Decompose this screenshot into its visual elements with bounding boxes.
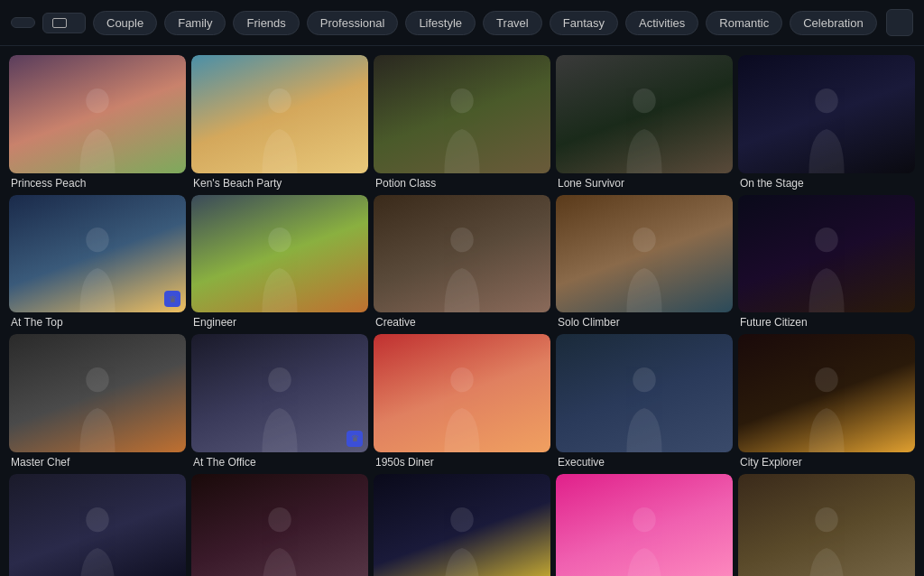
person-silhouette: [427, 224, 497, 312]
card-image-on-the-stage: [738, 55, 915, 173]
ratio-icon: [52, 18, 67, 28]
card-image-engineer: [191, 195, 368, 313]
card-label-at-the-top: At The Top: [9, 316, 186, 329]
card-baby-doll[interactable]: Baby Doll: [556, 474, 733, 576]
svg-point-16: [268, 507, 291, 532]
card-future-citizen[interactable]: Future Citizen: [738, 195, 915, 330]
svg-point-10: [86, 367, 108, 392]
person-silhouette: [427, 85, 497, 173]
person-silhouette: [245, 224, 315, 312]
crown-icon: ♛: [169, 294, 177, 304]
card-label-at-the-office: At The Office: [191, 456, 368, 469]
person-silhouette: [427, 504, 497, 576]
card-image-lone-survivor: [556, 55, 733, 173]
card-image-executive: [556, 334, 733, 452]
card-label-executive: Executive: [556, 456, 733, 469]
person-silhouette: [609, 85, 679, 173]
card-label-future-citizen: Future Citizen: [738, 316, 915, 329]
card-1950s-diner[interactable]: 1950s Diner: [374, 334, 550, 469]
tag-lifestyle[interactable]: Lifestyle: [405, 11, 476, 35]
card-image-solo-climber: [556, 195, 733, 313]
svg-point-18: [633, 507, 655, 532]
crown-badge-at-the-office: ♛: [346, 431, 363, 447]
card-lone-survivor[interactable]: Lone Survivor: [556, 55, 733, 190]
person-silhouette: [791, 364, 862, 452]
card-potion-class[interactable]: Potion Class: [374, 55, 550, 190]
card-label-on-the-stage: On the Stage: [738, 177, 915, 190]
card-executive[interactable]: Executive: [556, 334, 733, 469]
type-filter-button[interactable]: [11, 17, 35, 28]
svg-point-7: [450, 228, 473, 252]
tag-romantic[interactable]: Romantic: [706, 11, 782, 35]
svg-point-12: [450, 367, 473, 392]
tag-family[interactable]: Family: [164, 11, 226, 35]
scene-grid: Princess Peach Ken's Beach Party Potion …: [0, 46, 924, 576]
card-label-potion-class: Potion Class: [374, 177, 550, 190]
person-silhouette: [609, 504, 679, 576]
svg-point-1: [268, 88, 291, 113]
top-bar: Couple Family Friends Professional Lifes…: [0, 0, 924, 46]
svg-point-0: [86, 88, 108, 113]
person-silhouette: [62, 224, 133, 312]
card-mage[interactable]: Mage: [374, 474, 550, 576]
svg-point-4: [815, 88, 837, 113]
card-image-master-chef: [9, 334, 186, 452]
person-silhouette: [62, 504, 133, 576]
card-princess-peach[interactable]: Princess Peach: [9, 55, 186, 190]
svg-point-2: [450, 88, 473, 113]
card-image-at-the-office: ♛: [191, 334, 368, 452]
card-at-the-top[interactable]: ♛At The Top: [9, 195, 186, 330]
card-image-potion-class: [374, 55, 550, 173]
svg-point-9: [815, 228, 837, 252]
svg-point-15: [86, 507, 108, 532]
person-silhouette: [791, 85, 862, 173]
card-city-explorer[interactable]: City Explorer: [738, 334, 915, 469]
card-image-creative: [374, 195, 550, 313]
card-image-1950s-diner: [374, 334, 550, 452]
card-engineer[interactable]: Engineer: [191, 195, 368, 330]
card-image-professional: [9, 474, 186, 576]
card-image-mage: [374, 474, 550, 576]
tag-couple[interactable]: Couple: [93, 11, 157, 35]
card-image-future-citizen: [738, 195, 915, 313]
card-kens-beach-party[interactable]: Ken's Beach Party: [191, 55, 368, 190]
person-silhouette: [245, 364, 315, 452]
ratio-filter-button[interactable]: [42, 13, 86, 33]
card-master-chef[interactable]: Master Chef: [9, 334, 186, 469]
person-silhouette: [245, 504, 315, 576]
card-label-city-explorer: City Explorer: [738, 456, 915, 469]
crown-icon: ♛: [351, 433, 359, 443]
card-label-kens-beach-party: Ken's Beach Party: [191, 177, 368, 190]
card-image-wasteland-rogue: [738, 474, 915, 576]
tag-friends[interactable]: Friends: [233, 11, 299, 35]
close-button[interactable]: [886, 9, 913, 36]
tag-celebration[interactable]: Celebration: [790, 11, 877, 35]
tag-travel[interactable]: Travel: [483, 11, 542, 35]
card-creative[interactable]: Creative: [374, 195, 550, 330]
tag-professional[interactable]: Professional: [307, 11, 399, 35]
card-solo-climber[interactable]: Solo Climber: [556, 195, 733, 330]
card-on-the-stage[interactable]: On the Stage: [738, 55, 915, 190]
svg-point-13: [633, 367, 655, 392]
card-image-princess-peach: [9, 55, 186, 173]
card-image-kens-beach-party: [191, 55, 368, 173]
svg-point-11: [268, 367, 291, 392]
tag-fantasy[interactable]: Fantasy: [550, 11, 618, 35]
crown-badge-at-the-top: ♛: [164, 291, 180, 307]
card-celebrity-gala[interactable]: Celebrity Gala: [191, 474, 368, 576]
card-label-lone-survivor: Lone Survivor: [556, 177, 733, 190]
svg-point-8: [633, 228, 655, 252]
person-silhouette: [245, 85, 315, 173]
card-image-baby-doll: [556, 474, 733, 576]
svg-point-19: [815, 507, 837, 532]
card-image-at-the-top: ♛: [9, 195, 186, 313]
tag-activities[interactable]: Activities: [625, 11, 698, 35]
card-at-the-office[interactable]: ♛At The Office: [191, 334, 368, 469]
card-image-celebrity-gala: [191, 474, 368, 576]
card-wasteland-rogue[interactable]: Wasteland Rogue: [738, 474, 915, 576]
card-label-engineer: Engineer: [191, 316, 368, 329]
person-silhouette: [609, 224, 679, 312]
person-silhouette: [62, 85, 133, 173]
svg-point-3: [633, 88, 655, 113]
card-professional[interactable]: Professional: [9, 474, 186, 576]
